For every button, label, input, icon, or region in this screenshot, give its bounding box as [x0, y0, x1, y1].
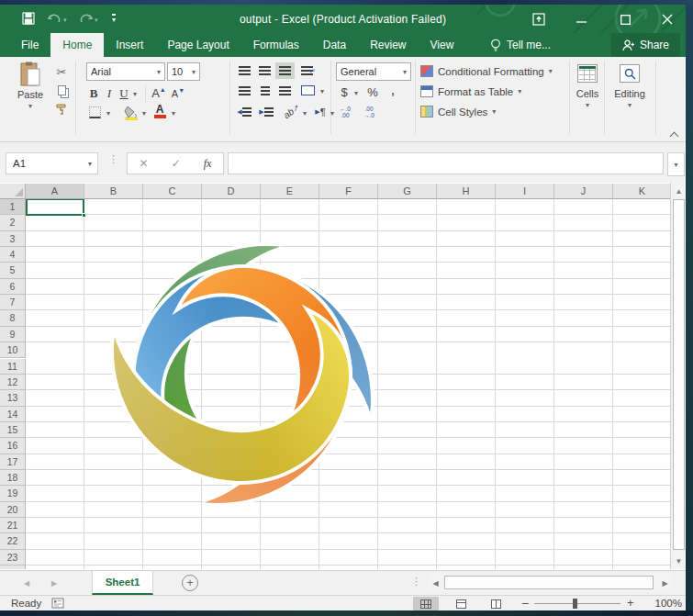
vertical-scrollbar-thumb[interactable]	[673, 199, 685, 550]
ribbon-display-options-icon[interactable]	[525, 10, 553, 28]
row-header-5[interactable]: 5	[0, 263, 26, 278]
increase-font-size-button[interactable]: A▲	[151, 84, 167, 101]
row-header-22[interactable]: 22	[0, 533, 26, 549]
merge-center-icon[interactable]	[299, 84, 316, 97]
zoom-slider-thumb[interactable]	[573, 599, 577, 609]
column-header-g[interactable]: G	[378, 184, 437, 199]
number-format-combo[interactable]: General▾	[336, 62, 411, 81]
row-header-23[interactable]: 23	[0, 550, 26, 566]
tab-data[interactable]: Data	[311, 33, 358, 57]
formula-input[interactable]	[228, 152, 664, 174]
expand-formula-bar-button[interactable]: ▾	[667, 152, 685, 176]
row-header-7[interactable]: 7	[0, 295, 26, 310]
orientation-dropdown-icon[interactable]: ▾	[300, 107, 309, 118]
name-box[interactable]: A1 ▾	[6, 152, 98, 174]
column-header-f[interactable]: F	[319, 184, 378, 199]
name-box-dropdown-icon[interactable]: ▾	[88, 160, 97, 168]
bottom-align-icon[interactable]	[277, 64, 293, 77]
decrease-indent-icon[interactable]: ◀	[235, 105, 253, 118]
tab-file[interactable]: File	[9, 33, 50, 57]
row-header-8[interactable]: 8	[0, 310, 26, 326]
column-header-j[interactable]: J	[554, 184, 613, 199]
tab-home[interactable]: Home	[50, 33, 104, 57]
accounting-format-button[interactable]: $	[338, 84, 351, 99]
scroll-right-icon[interactable]: ▶	[659, 577, 671, 588]
maximize-button[interactable]	[611, 10, 639, 28]
row-header-20[interactable]: 20	[0, 502, 26, 518]
column-header-b[interactable]: B	[84, 184, 143, 199]
fill-color-dropdown-icon[interactable]: ▾	[140, 107, 149, 118]
font-size-combo[interactable]: 10▾	[167, 62, 200, 81]
tab-tell-me[interactable]: Tell me...	[490, 33, 551, 57]
insert-function-icon[interactable]: fx	[204, 157, 212, 171]
decrease-font-size-button[interactable]: A▼	[171, 85, 185, 101]
text-direction-icon[interactable]: ▶¶	[312, 105, 329, 118]
macro-record-icon[interactable]	[51, 598, 64, 609]
row-header-6[interactable]: 6	[0, 279, 26, 295]
middle-align-icon[interactable]	[257, 64, 273, 77]
new-sheet-button[interactable]: +	[182, 575, 198, 591]
row-header-12[interactable]: 12	[0, 375, 26, 390]
row-header-3[interactable]: 3	[0, 231, 26, 247]
share-button[interactable]: Share	[611, 33, 680, 57]
copy-icon[interactable]	[53, 83, 70, 97]
conditional-formatting-button[interactable]: Conditional Formatting▾	[420, 62, 553, 80]
horizontal-scrollbar-thumb[interactable]	[444, 576, 654, 589]
font-name-combo[interactable]: Arial▾	[86, 62, 165, 81]
row-header-9[interactable]: 9	[0, 327, 26, 342]
zoom-out-button[interactable]: −	[521, 596, 529, 610]
row-header-17[interactable]: 17	[0, 454, 26, 470]
row-header-18[interactable]: 18	[0, 470, 26, 486]
format-painter-icon[interactable]	[53, 101, 70, 116]
scroll-left-icon[interactable]: ◀	[430, 577, 442, 588]
tab-formulas[interactable]: Formulas	[241, 33, 311, 57]
row-header-11[interactable]: 11	[0, 359, 26, 375]
row-header-2[interactable]: 2	[0, 215, 26, 230]
editing-button[interactable]: Editing ▾	[608, 64, 652, 109]
tab-view[interactable]: View	[419, 33, 466, 57]
horizontal-scrollbar[interactable]: ◀ ▶	[428, 574, 673, 592]
scroll-down-icon[interactable]: ▼	[671, 554, 687, 567]
row-header-24[interactable]: 24	[0, 566, 26, 569]
zoom-level[interactable]: 100%	[647, 598, 682, 609]
borders-icon[interactable]	[88, 106, 102, 119]
row-header-19[interactable]: 19	[0, 486, 26, 501]
previous-sheet-icon[interactable]: ◀	[20, 577, 33, 588]
paste-dropdown-icon[interactable]: ▾	[28, 102, 32, 110]
decrease-decimal-button[interactable]: .00 →.0	[360, 105, 378, 119]
collapse-ribbon-icon[interactable]	[666, 129, 681, 140]
row-header-21[interactable]: 21	[0, 518, 26, 533]
sheet-tab-sheet1[interactable]: Sheet1	[92, 571, 153, 595]
tab-review[interactable]: Review	[358, 33, 418, 57]
close-button[interactable]	[654, 10, 681, 28]
top-align-icon[interactable]	[237, 64, 252, 77]
text-direction-dropdown-icon[interactable]: ▾	[329, 107, 336, 118]
row-header-16[interactable]: 16	[0, 438, 26, 454]
accounting-format-dropdown-icon[interactable]: ▾	[352, 87, 361, 98]
row-header-10[interactable]: 10	[0, 342, 26, 358]
tabbar-resize-dots[interactable]: ⋮	[411, 576, 421, 588]
align-right-icon[interactable]	[277, 84, 293, 97]
column-header-a[interactable]: A	[26, 184, 84, 199]
underline-dropdown-icon[interactable]: ▾	[130, 88, 140, 99]
cell-styles-button[interactable]: Cell Styles▾	[420, 103, 496, 120]
row-header-1[interactable]: 1	[0, 199, 26, 215]
row-header-4[interactable]: 4	[0, 247, 26, 263]
column-header-e[interactable]: E	[261, 184, 319, 199]
vertical-scrollbar[interactable]: ▲ ▼	[670, 183, 686, 569]
scroll-up-icon[interactable]: ▲	[671, 185, 687, 197]
normal-view-button[interactable]	[413, 597, 439, 610]
comma-style-button[interactable]: ,	[387, 83, 398, 97]
column-header-k[interactable]: K	[613, 184, 672, 199]
minimize-button[interactable]	[567, 10, 595, 28]
font-color-dropdown-icon[interactable]: ▾	[169, 107, 178, 118]
swirl-logo-image[interactable]	[108, 241, 376, 509]
cut-icon[interactable]: ✂	[53, 64, 70, 79]
wrap-text-icon[interactable]: ↵	[299, 64, 318, 77]
next-sheet-icon[interactable]: ▶	[48, 577, 61, 588]
name-box-resize-dots[interactable]: ⋮	[108, 153, 118, 165]
selected-cell-a1[interactable]	[26, 198, 84, 216]
row-header-13[interactable]: 13	[0, 390, 26, 406]
page-break-view-button[interactable]	[483, 597, 509, 610]
row-header-15[interactable]: 15	[0, 422, 26, 438]
